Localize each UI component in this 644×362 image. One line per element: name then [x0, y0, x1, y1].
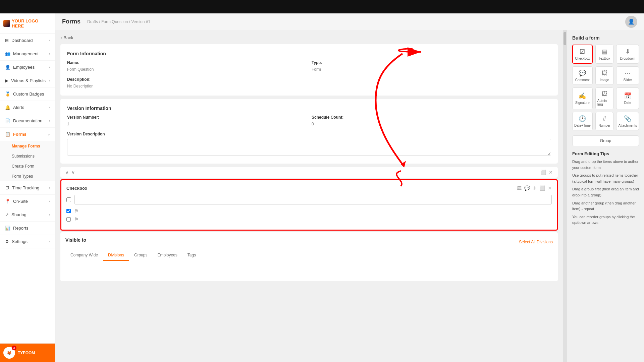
close-icon[interactable]: ✕ [548, 185, 552, 191]
subnav-form-types[interactable]: Form Types [0, 171, 55, 181]
close-icon[interactable]: ✕ [549, 170, 553, 175]
sidebar-item-employees[interactable]: 👤 Employees › [0, 61, 55, 74]
form-type-label: Type: [312, 60, 551, 65]
sidebar-item-sharing[interactable]: ↗ Sharing › [0, 208, 55, 222]
checkbox-main-check[interactable] [66, 197, 71, 202]
visible-to-tabs: Company Wide Divisions Groups Employees … [65, 250, 553, 261]
form-info-title: Form Information [67, 51, 551, 56]
tool-date-time-label: Date+Time [574, 124, 591, 127]
visible-to-card: Visible to Select All Divisions Company … [60, 232, 558, 281]
sort-up-icon[interactable]: ∧ [65, 170, 69, 175]
subnav-submissions[interactable]: Submissions [0, 151, 55, 161]
subnav-create-form[interactable]: Create Form [0, 161, 55, 171]
expand-icon[interactable]: ⬜ [540, 170, 546, 175]
version-number-value: 1 [67, 122, 69, 126]
scroll-thumb [564, 32, 566, 45]
tool-checkbox[interactable]: ☑ Checkbox [572, 45, 593, 64]
sidebar-item-videos[interactable]: ▶ Videos & Playlists › [0, 74, 55, 87]
tool-number[interactable]: # Number [595, 112, 614, 130]
group-button[interactable]: Group [572, 135, 639, 146]
datetime-tool-icon: 🕐 [579, 115, 586, 122]
tool-dropdown-label: Dropdown [620, 57, 635, 60]
comment-icon[interactable]: 💬 [524, 185, 530, 191]
chevron-icon: › [49, 199, 50, 203]
settings-icon: ⚙ [5, 239, 9, 244]
form-type-value: Form [312, 67, 321, 72]
sidebar-item-alerts[interactable]: 🔔 Alerts › [0, 101, 55, 114]
page-title: Forms [62, 18, 80, 25]
checkbox-option-row-1: ⚑ [66, 208, 552, 214]
user-bar[interactable]: 🦊 3 TYFOOM [0, 343, 55, 362]
docs-icon: 📄 [5, 118, 10, 123]
checkbox-option-2[interactable] [66, 217, 71, 222]
tool-image[interactable]: 🖼 Image [595, 66, 614, 85]
tip-4: Drag another group (then drag another it… [572, 200, 639, 212]
videos-icon: ▶ [5, 78, 8, 83]
sidebar-item-time-tracking[interactable]: ⏱ Time Tracking › [0, 181, 55, 195]
forms-icon: 📋 [5, 132, 10, 137]
tool-attachments[interactable]: 📎 Attachments [616, 112, 639, 130]
breadcrumb: Drafts / Form Question / Version #1 [87, 19, 150, 24]
schedule-count-field: Schedule Count: 0 [312, 115, 551, 127]
tip-2: Use groups to put related items together… [572, 173, 639, 184]
tool-admin-img[interactable]: 🖼 Admin Img [595, 87, 614, 109]
sidebar-item-settings[interactable]: ⚙ Settings › [0, 235, 55, 248]
sidebar-label-badges: Custom Badges [13, 92, 44, 97]
tab-company-wide[interactable]: Company Wide [65, 250, 103, 261]
tool-textbox-label: Textbox [599, 57, 610, 60]
tab-tags[interactable]: Tags [182, 250, 201, 261]
logo-text: YOUR LOGO HERE [12, 18, 52, 28]
tab-groups[interactable]: Groups [129, 250, 152, 261]
sort-arrows[interactable]: ∧ ∨ [65, 170, 75, 175]
tip-5: You can reorder groups by clicking the u… [572, 214, 639, 226]
scroll-bar[interactable] [563, 30, 567, 362]
tool-signature[interactable]: ✍ Signature [572, 87, 593, 109]
sidebar-label-reports: Reports [13, 226, 29, 231]
element-actions: ⬜ ✕ [540, 170, 553, 175]
signature-tool-icon: ✍ [579, 92, 586, 100]
version-desc-input[interactable] [67, 139, 551, 156]
subnav-manage-forms[interactable]: Manage Forms [0, 141, 55, 151]
tool-comment[interactable]: 💬 Comment [572, 66, 593, 85]
sidebar-item-on-site[interactable]: 📍 On-Site › [0, 195, 55, 208]
sidebar-item-custom-badges[interactable]: 🏅 Custom Badges [0, 87, 55, 101]
tool-image-label: Image [600, 78, 609, 82]
tool-date-time[interactable]: 🕐 Date+Time [572, 112, 593, 130]
tool-comment-label: Comment [575, 78, 590, 82]
schedule-count-label: Schedule Count: [312, 115, 551, 120]
tab-divisions[interactable]: Divisions [103, 250, 129, 261]
expand-icon[interactable]: ⬜ [539, 185, 545, 191]
tool-slider-label: Slider [623, 78, 632, 82]
logo-icon [3, 20, 10, 27]
checkbox-main-text[interactable] [74, 195, 552, 204]
sidebar-label-documentation: Documentation [13, 118, 42, 123]
sidebar-item-forms[interactable]: 📋 Forms ⌄ [0, 128, 55, 141]
flag-icon-2: ⚑ [74, 216, 79, 223]
top-bar [0, 0, 644, 13]
select-all-button[interactable]: Select All Divisions [519, 240, 553, 244]
attachments-tool-icon: 📎 [624, 115, 631, 122]
header-avatar[interactable]: 👤 [625, 16, 637, 28]
form-desc-value: No Description [67, 84, 94, 88]
sidebar-item-reports[interactable]: 📊 Reports [0, 222, 55, 235]
tab-employees[interactable]: Employees [152, 250, 182, 261]
version-number-label: Version Number: [67, 115, 307, 120]
sidebar-label-management: Management [13, 51, 39, 56]
management-icon: 👥 [5, 51, 10, 56]
sidebar-item-dashboard[interactable]: ⊞ Dashboard › [0, 34, 55, 47]
image-icon[interactable]: 🖼 [517, 185, 522, 191]
tool-date[interactable]: 📅 Date [616, 87, 639, 109]
tool-slider[interactable]: ⋯ Slider [616, 66, 639, 85]
tool-textbox[interactable]: ▤ Textbox [595, 45, 614, 64]
checkbox-option-1[interactable] [66, 209, 71, 213]
slider-tool-icon: ⋯ [625, 69, 631, 77]
asterisk-icon[interactable]: ✳ [533, 185, 537, 191]
sidebar-item-management[interactable]: 👥 Management › [0, 47, 55, 61]
sidebar-item-documentation[interactable]: 📄 Documentation › [0, 114, 55, 128]
back-button[interactable]: ‹ Back [60, 35, 558, 40]
checkbox-card-title: Checkbox [66, 186, 87, 191]
tool-dropdown[interactable]: ⬇ Dropdown [616, 45, 639, 64]
sidebar-label-onsite: On-Site [13, 199, 28, 204]
sort-down-icon[interactable]: ∨ [71, 170, 75, 175]
sidebar-label-settings: Settings [12, 239, 28, 244]
